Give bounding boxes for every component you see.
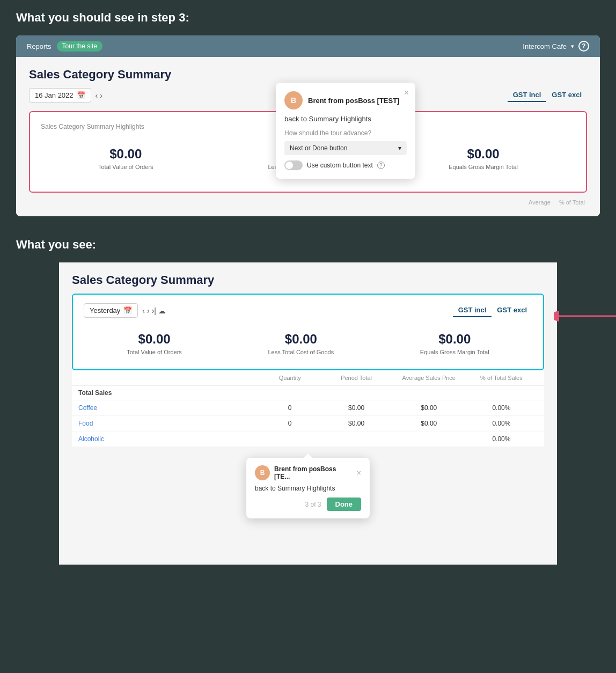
popover2-close-button[interactable]: × <box>357 469 361 477</box>
footer-pct-label: % of Total <box>559 199 585 206</box>
table-row: Coffee 0 $0.00 $0.00 0.00% <box>72 400 544 416</box>
row-food-pct: 0.00% <box>465 420 538 427</box>
header-arrow-svg <box>554 305 616 327</box>
step3-screenshot-card: Reports Tour the site Intercom Cafe ▾ ? … <box>16 35 600 216</box>
calendar-icon: 📅 <box>77 91 85 99</box>
section2-page-title: Sales Category Summary <box>72 273 544 287</box>
row-coffee-period: $0.00 <box>320 404 393 412</box>
gst-incl-tab[interactable]: GST incl <box>508 89 547 102</box>
section2-value-margin: $0.00 <box>420 332 489 347</box>
popover-header: B Brent from posBoss [TEST] <box>284 91 407 109</box>
tour-popover: × B Brent from posBoss [TEST] back to Su… <box>276 83 415 179</box>
section2-gst-excl-tab[interactable]: GST excl <box>492 304 532 317</box>
sales-table: Quantity Period Total Average Sales Pric… <box>72 370 544 447</box>
col-qty-header: Quantity <box>260 375 320 381</box>
section2-main-area: Sales Category Summary Yesterday 📅 ‹ › ›… <box>59 262 557 370</box>
footer-avg-label: Average <box>529 199 551 206</box>
popover2-subtitle: back to Summary Highlights <box>255 485 361 492</box>
step-counter: 3 of 3 <box>305 501 321 508</box>
popover2-header: B Brent from posBoss [TE... × <box>255 465 361 480</box>
popover-close-button[interactable]: × <box>404 88 409 98</box>
popover-question: How should the tour advance? <box>284 129 407 137</box>
section2-table-wrapper: Quantity Period Total Average Sales Pric… <box>59 370 557 565</box>
gst-excl-tab[interactable]: GST excl <box>546 89 587 102</box>
section2-last-date[interactable]: ›| <box>152 306 156 315</box>
section2-date-input[interactable]: Yesterday 📅 <box>84 303 138 318</box>
metric-gross-margin: $0.00 Equals Gross Margin Total <box>449 147 518 170</box>
chevron-down-icon: ▾ <box>398 144 401 152</box>
row-food-avg: $0.00 <box>393 420 465 427</box>
section2-gst-incl-tab[interactable]: GST incl <box>453 304 492 317</box>
row-food-name[interactable]: Food <box>78 420 260 427</box>
custom-button-text-toggle[interactable] <box>284 160 303 170</box>
row-coffee-pct: 0.00% <box>465 404 538 412</box>
custom-button-text-toggle-row: Use custom button text ? <box>284 160 407 170</box>
section2-metric-margin: $0.00 Equals Gross Margin Total <box>420 332 489 355</box>
metric-desc-margin: Equals Gross Margin Total <box>449 164 518 170</box>
col-name-header <box>78 375 260 381</box>
row-food-period: $0.00 <box>320 420 393 427</box>
section2-inner-card: Sales Category Summary Yesterday 📅 ‹ › ›… <box>59 262 557 565</box>
section2-cloud-icon[interactable]: ☁ <box>158 306 166 315</box>
section2-header-highlighted: Yesterday 📅 ‹ › ›| ☁ GST incl GST excl <box>72 294 544 370</box>
row-coffee-qty: 0 <box>260 404 320 412</box>
table-footer-hint: Average % of Total <box>29 199 587 206</box>
dropdown-selected-value: Next or Done button <box>290 144 347 152</box>
table-group-row: Total Sales <box>72 386 544 400</box>
section2-value-orders: $0.00 <box>127 332 182 347</box>
nav-reports-label: Reports <box>27 42 52 50</box>
row-alcoholic-qty <box>260 435 320 443</box>
col-avg-header: Average Sales Price <box>393 375 465 381</box>
col-pct-header: % of Total Sales <box>465 375 538 381</box>
section2-desc-orders: Total Value of Orders <box>127 349 182 355</box>
tour-popover-2: B Brent from posBoss [TE... × back to Su… <box>246 458 370 518</box>
help-icon[interactable]: ? <box>578 41 589 52</box>
intercom-cafe-label: Intercom Cafe <box>523 42 567 50</box>
table-row: Alcoholic 0.00% <box>72 431 544 447</box>
date-value: 16 Jan 2022 <box>35 91 74 99</box>
nav-bar: Reports Tour the site Intercom Cafe ▾ ? <box>16 35 600 57</box>
next-date-button[interactable]: › <box>100 91 102 100</box>
row-alcoholic-pct: 0.00% <box>465 435 538 443</box>
section2-value-cogs: $0.00 <box>268 332 334 347</box>
what-you-see-heading: What you see: <box>16 238 600 252</box>
popover2-name: Brent from posBoss [TE... <box>274 465 353 480</box>
row-coffee-avg: $0.00 <box>393 404 465 412</box>
done-button[interactable]: Done <box>327 498 362 511</box>
section2-desc-cogs: Less Total Cost of Goods <box>268 349 334 355</box>
group-label: Total Sales <box>78 389 260 397</box>
prev-date-button[interactable]: ‹ <box>96 91 98 100</box>
date-input[interactable]: 16 Jan 2022 📅 <box>29 88 91 103</box>
row-coffee-name[interactable]: Coffee <box>78 404 260 412</box>
metric-value-orders: $0.00 <box>98 147 153 162</box>
popover-subtitle: back to Summary Highlights <box>284 115 407 123</box>
metric-desc-orders: Total Value of Orders <box>98 164 153 170</box>
row-alcoholic-period <box>320 435 393 443</box>
main-content-area: Sales Category Summary 16 Jan 2022 📅 ‹ ›… <box>16 57 600 216</box>
what-you-see-card: Sales Category Summary Yesterday 📅 ‹ › ›… <box>59 262 557 565</box>
step3-heading: What you should see in step 3: <box>16 11 600 25</box>
section2-desc-margin: Equals Gross Margin Total <box>420 349 489 355</box>
row-alcoholic-avg <box>393 435 465 443</box>
popover2-footer: 3 of 3 Done <box>255 498 361 511</box>
help-circle-icon: ? <box>377 162 385 169</box>
section2-calendar-icon: 📅 <box>123 306 132 314</box>
page-title: Sales Category Summary <box>29 68 587 82</box>
row-alcoholic-name[interactable]: Alcoholic <box>78 435 260 443</box>
toggle-label: Use custom button text <box>307 162 373 169</box>
popover2-avatar: B <box>255 465 270 480</box>
table-header-row: Quantity Period Total Average Sales Pric… <box>72 370 544 386</box>
section2-date-value: Yesterday <box>90 306 120 314</box>
popover-advance-dropdown[interactable]: Next or Done button ▾ <box>284 141 407 155</box>
tour-site-button[interactable]: Tour the site <box>57 41 102 52</box>
section2-prev-date[interactable]: ‹ <box>142 306 145 315</box>
section2-next-date[interactable]: › <box>147 306 150 315</box>
col-period-header: Period Total <box>320 375 393 381</box>
popover-name: Brent from posBoss [TEST] <box>308 97 399 105</box>
metric-total-orders: $0.00 Total Value of Orders <box>98 147 153 170</box>
section2-metric-cogs: $0.00 Less Total Cost of Goods <box>268 332 334 355</box>
table-row: Food 0 $0.00 $0.00 0.00% <box>72 416 544 431</box>
section2-metrics: $0.00 Total Value of Orders $0.00 Less T… <box>84 326 532 361</box>
section2-metric-orders: $0.00 Total Value of Orders <box>127 332 182 355</box>
row-food-qty: 0 <box>260 420 320 427</box>
